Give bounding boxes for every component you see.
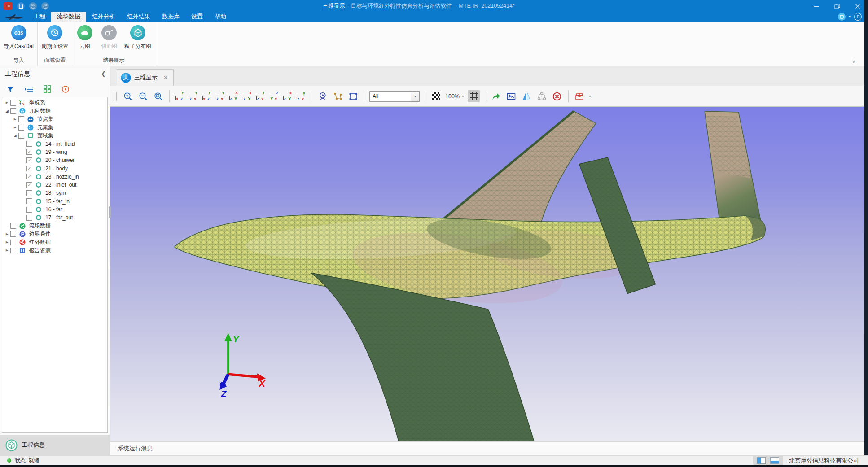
transparency-checker-icon[interactable] [430, 90, 442, 102]
mirror-icon[interactable] [521, 90, 533, 102]
share-nodes-icon[interactable] [536, 90, 548, 102]
archive-box-icon[interactable] [574, 90, 586, 102]
menu-item-7[interactable]: 帮助 [209, 12, 232, 22]
tree-expander-icon[interactable]: ▶ [12, 126, 18, 129]
menu-item-2[interactable]: 流场数据 [51, 12, 86, 22]
tree-item[interactable]: 15 - far_in [2, 197, 107, 205]
combo-dropdown-icon[interactable]: ▼ [411, 92, 419, 101]
tree-checkbox[interactable]: ✓ [26, 149, 32, 155]
view-orientation-icon-3[interactable]: xzY [202, 91, 212, 101]
panel-collapse-icon[interactable]: ❮ [101, 70, 106, 77]
tree-expander-icon[interactable]: ◢ [12, 134, 18, 138]
tree-expander-icon[interactable]: ◢ [4, 109, 10, 113]
zoom-level-dropdown[interactable]: 100% ▼ [445, 93, 465, 100]
zoom-fit-icon[interactable] [152, 90, 164, 102]
viewport-3d[interactable]: Y X Z [110, 107, 868, 441]
tree-item[interactable]: ▶节点集 [2, 115, 107, 123]
tree-checkbox[interactable] [26, 215, 32, 221]
tree-checkbox[interactable] [10, 108, 16, 114]
ribbon-button-cas[interactable]: cas导入Cas/Dat [1, 23, 36, 51]
locate-target-icon[interactable] [61, 85, 70, 94]
view-orientation-icon-10[interactable]: zxy [296, 91, 306, 101]
view-orientation-icon-9[interactable]: zYx [282, 91, 293, 101]
tree-checkbox[interactable] [10, 248, 16, 253]
tree-checkbox[interactable] [26, 190, 32, 196]
tree-item[interactable]: ▶报告资源 [2, 246, 107, 254]
tree-item[interactable]: ▶元素集 [2, 123, 107, 131]
tree-item[interactable]: ✓19 - wing [2, 148, 107, 156]
tree-checkbox[interactable] [18, 133, 24, 139]
new-document-button[interactable] [17, 2, 25, 10]
minimize-button[interactable] [806, 0, 827, 12]
grid-view-icon[interactable] [43, 85, 52, 94]
tree-checkbox[interactable] [26, 141, 32, 147]
about-icon[interactable] [854, 13, 862, 21]
maximize-button[interactable] [827, 0, 847, 12]
screenshot-image-icon[interactable] [505, 90, 517, 102]
tree-item[interactable]: 14 - int_fluid [2, 140, 107, 148]
tree-item[interactable]: ✓20 - chuiwei [2, 156, 107, 164]
project-panel-footer[interactable]: 工程信息 [0, 435, 110, 455]
tab-close-icon[interactable]: ✕ [163, 74, 168, 81]
skin-icon[interactable] [838, 13, 846, 21]
menu-item-3[interactable]: 红外分析 [86, 12, 121, 22]
menu-item-4[interactable]: 红外结果 [121, 12, 156, 22]
archive-dropdown-caret-icon[interactable]: ∨ [589, 95, 591, 98]
display-filter-combobox[interactable]: All ▼ [369, 91, 420, 102]
ribbon-button-clock[interactable]: 周期面设置 [39, 23, 71, 51]
tree-expander-icon[interactable]: ▶ [4, 240, 10, 244]
tree-expander-icon[interactable]: ▶ [4, 232, 10, 236]
menu-item-6[interactable]: 设置 [185, 12, 209, 22]
camera-view-icon[interactable] [316, 90, 329, 102]
view-orientation-icon-1[interactable]: xzY [175, 91, 185, 101]
tree-checkbox[interactable] [10, 231, 16, 237]
tree-checkbox[interactable] [10, 100, 16, 106]
toolbar-grip[interactable] [114, 92, 117, 101]
zoom-in-icon[interactable] [122, 90, 134, 102]
tree-checkbox[interactable] [26, 207, 32, 213]
zoom-out-icon[interactable] [137, 90, 149, 102]
tree-checkbox[interactable]: ✓ [26, 166, 32, 171]
view-orientation-icon-8[interactable]: Yxz [269, 91, 279, 101]
tree-item[interactable]: ▶边界条件 [2, 230, 107, 238]
tree-item[interactable]: ▶红外数据 [2, 238, 107, 246]
tree-item[interactable]: 16 - far [2, 205, 107, 214]
tree-item[interactable]: ✓22 - inlet_out [2, 181, 107, 189]
skin-dropdown-caret-icon[interactable]: ▼ [848, 15, 851, 18]
view-orientation-icon-7[interactable]: zxY [255, 91, 266, 101]
tree-item[interactable]: ◢几何数据 [2, 107, 107, 115]
splitter-grip[interactable] [109, 206, 111, 218]
tree-checkbox[interactable] [10, 223, 16, 229]
tree-checkbox[interactable] [18, 116, 24, 122]
tree-item[interactable]: 18 - sym [2, 189, 107, 197]
tree-checkbox[interactable]: ✓ [26, 182, 32, 188]
tree-item[interactable]: ▶YZX坐标系 [2, 99, 107, 107]
tree-expander-icon[interactable]: ▶ [4, 101, 10, 105]
redo-button[interactable] [41, 2, 49, 10]
list-outline-icon[interactable] [24, 85, 33, 94]
app-menu-button[interactable] [4, 2, 13, 10]
tree-item[interactable]: ✓23 - nozzle_in [2, 173, 107, 181]
select-region-icon[interactable] [347, 90, 359, 102]
tree-item[interactable]: ◢面域集 [2, 131, 107, 140]
ribbon-collapse-icon[interactable]: ∧ [852, 59, 855, 64]
layout-bottom-panel-icon[interactable] [770, 457, 779, 464]
cancel-icon[interactable] [551, 90, 563, 102]
tree-item[interactable]: ✓21 - body [2, 164, 107, 172]
export-arrow-icon[interactable] [490, 90, 502, 102]
tab-3d-display[interactable]: 三维显示 ✕ [117, 69, 174, 86]
ribbon-button-cloud[interactable]: 云图 [73, 23, 96, 51]
view-orientation-icon-4[interactable]: zxY [215, 91, 225, 101]
tree-item[interactable]: 流场数据 [2, 222, 107, 230]
menu-item-1[interactable]: 工程 [28, 12, 51, 22]
tree-checkbox[interactable] [18, 125, 24, 131]
filter-icon[interactable] [6, 85, 15, 94]
view-orientation-icon-6[interactable]: zYx [242, 91, 252, 101]
layout-left-panel-icon[interactable] [757, 457, 766, 464]
tree-expander-icon[interactable]: ▶ [4, 249, 10, 252]
undo-button[interactable] [29, 2, 37, 10]
menu-item-5[interactable]: 数据库 [156, 12, 185, 22]
tree-item[interactable]: 17 - far_out [2, 214, 107, 222]
tree-checkbox[interactable] [10, 240, 16, 245]
particle-nodes-icon[interactable] [332, 90, 344, 102]
